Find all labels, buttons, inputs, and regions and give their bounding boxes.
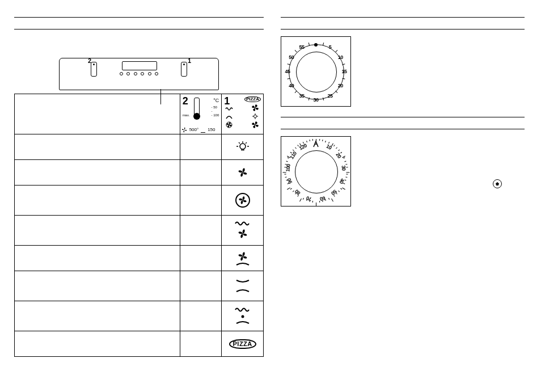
dial-number: 30 [340, 165, 346, 171]
conv-icon [225, 113, 233, 120]
dial-tick [346, 174, 348, 174]
fan-icon [181, 127, 187, 133]
dial-number: 40 [289, 83, 294, 88]
dial-tick [303, 198, 304, 200]
dial-tick [339, 149, 340, 151]
dial-number: 10 [325, 143, 332, 150]
dial-number: 20 [335, 152, 343, 159]
row-pizza-c2 [180, 331, 222, 357]
row-fan-ring-desc [15, 186, 180, 216]
col2-number: 2 [183, 95, 188, 107]
fan-icon [251, 104, 259, 111]
dial-tick [290, 188, 292, 190]
dial-number: 50 [289, 54, 294, 60]
dial-number: 10 [338, 54, 343, 60]
dial-tick [325, 141, 326, 142]
rule [281, 29, 525, 29]
row-light-c2 [180, 134, 222, 160]
row-fan-bottom-desc [15, 246, 180, 271]
dial-number: 55 [299, 44, 304, 50]
row-fan-icon-cell [222, 160, 264, 186]
svg-point-4 [241, 315, 244, 318]
col2-500: 500° [189, 127, 199, 133]
dial-number: 45 [285, 69, 290, 74]
svg-point-2 [240, 144, 246, 149]
row-fan-bottom-c2 [180, 246, 222, 271]
leader-line [160, 89, 162, 104]
dial-tick [331, 199, 333, 202]
minute-minder-dial: 510152025303540455055 [285, 40, 347, 103]
dial-tick [306, 141, 307, 142]
right-column: 510152025303540455055 102030405060708090… [281, 17, 525, 209]
timer-dial: 102030405060708090100110120 [285, 140, 347, 203]
col2-ticks: - 50 - - 100 [212, 106, 219, 118]
dial-tick [325, 199, 326, 201]
timer-off-icon [311, 139, 320, 148]
col2-unit: °C [213, 98, 219, 103]
col1-icon-grid [225, 104, 261, 128]
timer-dial-box: 102030405060708090100110120 [281, 136, 351, 206]
dial-number: 20 [338, 83, 343, 88]
dial-number: 15 [341, 69, 346, 74]
dial-tick [286, 161, 288, 162]
control-panel-illustration: 2 1 [59, 58, 219, 90]
dial-tick [333, 145, 335, 146]
dial-number: 35 [299, 93, 304, 99]
row-grill-dot-bottom-icon-cell [222, 301, 264, 331]
fan-icon [235, 165, 250, 180]
light-icon [251, 113, 259, 120]
dial-number: 25 [327, 93, 332, 99]
dial-tick [312, 201, 313, 203]
dial-tick [287, 158, 289, 159]
svg-point-0 [254, 115, 257, 118]
dial-tick [344, 183, 345, 184]
dial-number: 80 [294, 188, 301, 196]
left-column: 2 1 2 °C - 50 - - 100 max. [14, 17, 264, 357]
row-grill-fan-c2 [180, 216, 222, 246]
dial-tick [335, 91, 337, 93]
row-light-desc [15, 134, 180, 160]
dial-tick [343, 64, 345, 65]
dial-number: 100 [285, 164, 292, 172]
header-col-2: 2 °C - 50 - - 100 max. 500° 150 [180, 94, 222, 134]
grill-icon [225, 104, 233, 111]
dial-tick [342, 187, 345, 189]
dial-tick [319, 201, 320, 203]
dial-tick [346, 172, 350, 173]
dial-tick [336, 193, 338, 195]
dial-tick [340, 152, 342, 154]
row-fan-desc [15, 160, 180, 186]
dial-tick [285, 177, 287, 178]
dial-number: 5 [329, 44, 332, 50]
col2-max: max. [183, 113, 190, 117]
dial-tick [328, 142, 329, 144]
dial-number: 30 [313, 97, 318, 103]
top-bottom-heat-icon [234, 277, 251, 294]
row-grill-fan-desc [15, 216, 180, 246]
dial-tick [297, 195, 299, 197]
dial-tick [295, 50, 297, 52]
row-fan-c2 [180, 160, 222, 186]
pizza-label-icon: PIZZA [229, 339, 256, 349]
dial-tick [285, 164, 287, 165]
row-grill-dot-bottom-c2 [180, 301, 222, 331]
dial-tick [285, 174, 286, 174]
alarm-icon [493, 179, 502, 188]
panel-label-1: 1 [188, 57, 191, 64]
rule [14, 29, 264, 29]
dial-tick [345, 177, 347, 178]
dial-number: 50 [331, 188, 338, 196]
row-conv-icon-cell [222, 271, 264, 301]
dial-tick [308, 98, 309, 100]
dial-tick [309, 140, 310, 141]
grill-dot-bottom-icon [234, 306, 251, 326]
function-table: 2 °C - 50 - - 100 max. 500° 150 [14, 94, 264, 357]
dial-tick [283, 172, 286, 173]
dial-tick [335, 50, 337, 52]
dial-tick [297, 145, 299, 146]
panel-buttons [120, 72, 158, 75]
dial-tick [322, 140, 323, 141]
panel-knob-left [91, 62, 97, 77]
row-conv-c2 [180, 271, 222, 301]
pizza-icon: PIZZA [244, 96, 261, 102]
